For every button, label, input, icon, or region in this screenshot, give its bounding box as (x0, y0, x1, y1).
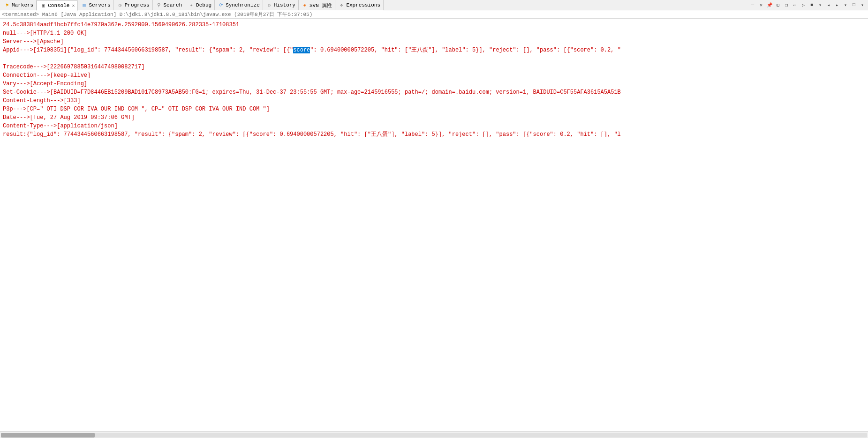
expressions-tab-icon: ❖ (338, 2, 345, 8)
svn-tab-icon: ◈ (302, 2, 308, 8)
servers-tab-icon: ▤ (81, 2, 87, 8)
maximize-btn[interactable]: ⊞ (774, 1, 782, 9)
close-btn[interactable]: ✕ (757, 1, 765, 9)
pin-btn[interactable]: 📌 (766, 1, 773, 9)
markers-tab-icon: ⚑ (4, 2, 10, 8)
synchronize-tab-label: Synchronize (226, 2, 260, 8)
tab-progress[interactable]: ◷Progress (114, 0, 153, 10)
tab-markers[interactable]: ⚑Markers (1, 0, 37, 10)
paste-btn[interactable]: ▭ (791, 1, 799, 9)
toolbar-right: — ✕ 📌 ⊞ ❐ ▭ ▷ ■ ▾ ◂ ▸ ▾ □ ▾ (749, 1, 868, 9)
console-line: Connection--->[keep-alive] (3, 71, 865, 80)
console-line: P3p--->[CP=" OTI DSP COR IVA OUR IND COM… (3, 105, 865, 113)
dropdown1-btn[interactable]: ▾ (816, 1, 824, 9)
console-line: result:{"log_id": 7744344560663198587, "… (3, 130, 865, 139)
console-line: 24.5c383814aadf1bcb7ffc14e7970a362e.2592… (3, 21, 865, 29)
tab-servers[interactable]: ▤Servers (78, 0, 113, 10)
tab-expressions[interactable]: ❖Expressions (335, 0, 384, 10)
servers-tab-label: Servers (89, 2, 110, 8)
minimize-btn[interactable]: — (749, 1, 756, 9)
highlighted-word: score (293, 47, 310, 53)
console-line: null--->[HTTP/1.1 200 OK] (3, 29, 865, 37)
terminated-text: <terminated> Main6 [Java Application] D:… (2, 11, 312, 18)
console-line: Server--->[Apache] (3, 37, 865, 46)
console-tab-label: Console (48, 3, 69, 8)
nav1-btn[interactable]: ◂ (825, 1, 832, 9)
console-output[interactable]: 24.5c383814aadf1bcb7ffc14e7970a362e.2592… (0, 19, 868, 431)
synchronize-tab-icon: ⟳ (218, 2, 224, 8)
console-line: Set-Cookie--->[BAIDUID=F7D8446EB15209BAD… (3, 88, 865, 97)
console-line: Appid--->[17108351]{"log_id": 7744344560… (3, 46, 865, 54)
expressions-tab-label: Expressions (346, 2, 380, 8)
console-line: Content-Length--->[333] (3, 97, 865, 105)
dropdown2-btn[interactable]: ▾ (842, 1, 849, 9)
markers-tab-label: Markers (12, 2, 33, 8)
scrollbar-track[interactable] (1, 433, 867, 438)
svn-tab-label: SVN 属性 (309, 2, 332, 9)
console-line: Date--->[Tue, 27 Aug 2019 09:37:06 GMT] (3, 113, 865, 122)
tab-history[interactable]: ◴History (263, 0, 299, 10)
search-tab-icon: ⚲ (156, 2, 162, 8)
history-tab-icon: ◴ (266, 2, 272, 8)
nav2-btn[interactable]: ▸ (833, 1, 841, 9)
debug-tab-icon: ✦ (188, 2, 195, 8)
debug-tab-label: Debug (196, 2, 211, 8)
copy-btn[interactable]: ❐ (783, 1, 790, 9)
history-tab-label: History (274, 2, 295, 8)
run-btn[interactable]: ▷ (800, 1, 807, 9)
scrollbar-thumb[interactable] (1, 433, 95, 438)
console-line: Vary--->[Accept-Encoding] (3, 80, 865, 88)
tab-debug[interactable]: ✦Debug (185, 0, 215, 10)
console-line (3, 54, 865, 63)
dropdown3-btn[interactable]: ▾ (859, 1, 866, 9)
console-tab-icon: ▣ (40, 2, 46, 9)
tab-svn[interactable]: ◈SVN 属性 (299, 0, 335, 10)
stop-btn[interactable]: ■ (808, 1, 815, 9)
tab-search[interactable]: ⚲Search (153, 0, 186, 10)
search-tab-label: Search (164, 2, 182, 8)
tab-synchronize[interactable]: ⟳Synchronize (215, 0, 263, 10)
progress-tab-label: Progress (125, 2, 150, 8)
terminated-bar: <terminated> Main6 [Java Application] D:… (0, 10, 868, 19)
tab-bar: ⚑Markers▣Console✕▤Servers◷Progress⚲Searc… (0, 0, 868, 10)
console-line: Content-Type--->[application/json] (3, 122, 865, 130)
progress-tab-icon: ◷ (117, 2, 123, 8)
view-btn[interactable]: □ (850, 1, 858, 9)
tab-console[interactable]: ▣Console✕ (37, 0, 78, 11)
console-tab-close[interactable]: ✕ (72, 3, 75, 8)
console-line: Tracecode--->[22266978850316447498008271… (3, 63, 865, 71)
horizontal-scrollbar[interactable] (0, 431, 868, 438)
